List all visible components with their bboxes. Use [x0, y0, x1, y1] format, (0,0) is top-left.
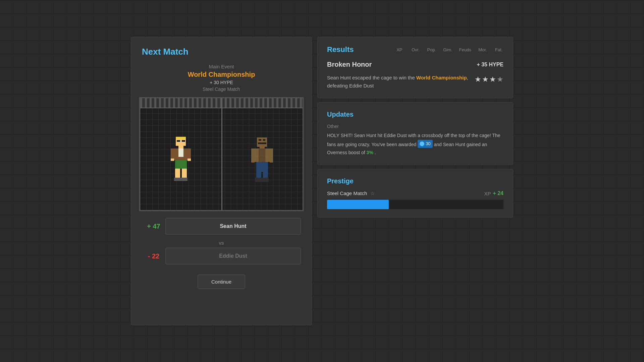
- svg-rect-17: [259, 139, 261, 141]
- fighters-container: [140, 98, 303, 210]
- col-ovr: Ovr.: [411, 47, 420, 52]
- desc-championship: World Championship: [416, 75, 467, 80]
- results-header: Results XP Ovr. Pop. Gim. Feuds Mor. Fat…: [327, 45, 503, 54]
- svg-rect-4: [178, 146, 183, 148]
- svg-rect-27: [256, 162, 268, 172]
- star-2: ★: [482, 75, 489, 84]
- fighter1-button[interactable]: Sean Hunt: [165, 218, 301, 235]
- svg-rect-7: [171, 148, 174, 159]
- svg-rect-26: [270, 160, 273, 163]
- prestige-row: Steel Cage Match ☆ XP + 24: [327, 190, 503, 196]
- col-gim: Gim.: [443, 47, 452, 52]
- updates-category: Other: [327, 124, 503, 129]
- results-columns: XP Ovr. Pop. Gim. Feuds Mor. Fat.: [395, 47, 503, 52]
- col-xp: XP: [395, 47, 404, 52]
- col-mor: Mor.: [478, 47, 487, 52]
- fighter2-button[interactable]: Eddie Dust: [165, 248, 301, 264]
- svg-rect-23: [251, 148, 255, 160]
- updates-text: HOLY SHIT! Sean Hunt hit Eddie Dust with…: [327, 132, 503, 157]
- star-rating: ★ ★ ★ ★: [475, 75, 503, 84]
- fighter1-slot: [140, 98, 221, 210]
- results-event-row: Broken Honor + 35 HYPE: [327, 61, 503, 68]
- prestige-xp-value: + 24: [493, 190, 503, 196]
- coin-amount: 30: [426, 140, 430, 147]
- main-container: Next Match Main Event World Championship…: [131, 37, 513, 325]
- right-panel: Results XP Ovr. Pop. Gim. Feuds Mor. Fat…: [317, 37, 513, 325]
- star-4: ★: [497, 75, 503, 84]
- updates-title: Updates: [327, 111, 503, 118]
- col-pop: Pop.: [427, 47, 436, 52]
- results-title: Results: [327, 45, 395, 54]
- fighter2-row: - 22 Eddie Dust: [142, 248, 301, 264]
- svg-rect-20: [260, 147, 265, 148]
- svg-rect-1: [176, 137, 186, 139]
- fighter2-score: - 22: [142, 252, 165, 260]
- prestige-title: Prestige: [327, 177, 503, 185]
- star-3: ★: [489, 75, 496, 84]
- svg-rect-24: [270, 148, 273, 160]
- fighter1-sprite: [167, 136, 194, 183]
- col-feuds: Feuds: [459, 47, 471, 52]
- wrestlers-section: + 47 Sean Hunt vs - 22 Eddie Dust: [142, 218, 301, 268]
- svg-rect-8: [187, 148, 191, 159]
- svg-rect-15: [181, 178, 187, 181]
- vs-label: vs: [142, 240, 301, 246]
- fighter1-score: + 47: [142, 223, 165, 230]
- results-hype-badge: + 35 HYPE: [477, 62, 503, 68]
- xp-progress-bar-fill: [327, 200, 389, 209]
- arena: [139, 97, 304, 211]
- svg-rect-9: [171, 159, 174, 161]
- fighter2-slot: [221, 98, 303, 210]
- svg-rect-29: [263, 172, 268, 179]
- boost-percent: 3%: [367, 150, 373, 155]
- match-type-label: Steel Cage Match: [203, 86, 240, 92]
- hype-label: + 30 HYPE: [210, 80, 233, 85]
- results-description: Sean Hunt escaped the cage to win the Wo…: [327, 74, 469, 90]
- results-text-area: Sean Hunt escaped the cage to win the Wo…: [327, 74, 469, 90]
- col-fat: Fat.: [494, 47, 503, 52]
- page-title: Next Match: [142, 47, 189, 57]
- coin-icon: [420, 141, 424, 146]
- svg-rect-19: [258, 142, 266, 144]
- left-panel: Next Match Main Event World Championship…: [131, 37, 312, 325]
- svg-rect-11: [175, 160, 187, 169]
- svg-rect-31: [262, 178, 269, 182]
- svg-rect-28: [256, 172, 261, 179]
- event-name: Broken Honor: [327, 61, 477, 68]
- event-label: Main Event: [209, 64, 234, 69]
- svg-rect-13: [182, 169, 187, 179]
- fighter2-sprite: [249, 136, 275, 183]
- coin-award-badge: 30: [418, 140, 432, 148]
- svg-rect-14: [174, 178, 181, 181]
- svg-rect-3: [182, 140, 185, 142]
- updates-card: Updates Other HOLY SHIT! Sean Hunt hit E…: [317, 102, 513, 165]
- prestige-xp-label: XP: [484, 191, 491, 196]
- continue-button[interactable]: Continue: [198, 275, 245, 289]
- svg-rect-18: [263, 139, 266, 141]
- svg-rect-6: [178, 148, 183, 157]
- xp-progress-bar-bg: [327, 200, 503, 209]
- prestige-star-icon: ☆: [370, 190, 375, 196]
- svg-rect-22: [259, 148, 265, 162]
- fighter1-row: + 47 Sean Hunt: [142, 218, 301, 235]
- svg-rect-12: [175, 169, 180, 179]
- svg-rect-2: [177, 140, 180, 142]
- svg-rect-25: [251, 160, 255, 163]
- results-right: Sean Hunt escaped the cage to win the Wo…: [327, 74, 503, 90]
- star-1: ★: [475, 75, 481, 84]
- updates-text-part3: .: [375, 150, 376, 155]
- championship-label: World Championship: [188, 71, 255, 78]
- prestige-card: Prestige Steel Cage Match ☆ XP + 24: [317, 169, 513, 218]
- svg-rect-30: [255, 178, 262, 182]
- prestige-match-name: Steel Cage Match ☆: [327, 190, 484, 196]
- svg-rect-16: [257, 137, 267, 147]
- desc-part1: Sean Hunt escaped the cage to win the: [327, 75, 416, 80]
- results-card: Results XP Ovr. Pop. Gim. Feuds Mor. Fat…: [317, 37, 513, 98]
- svg-rect-10: [187, 159, 191, 161]
